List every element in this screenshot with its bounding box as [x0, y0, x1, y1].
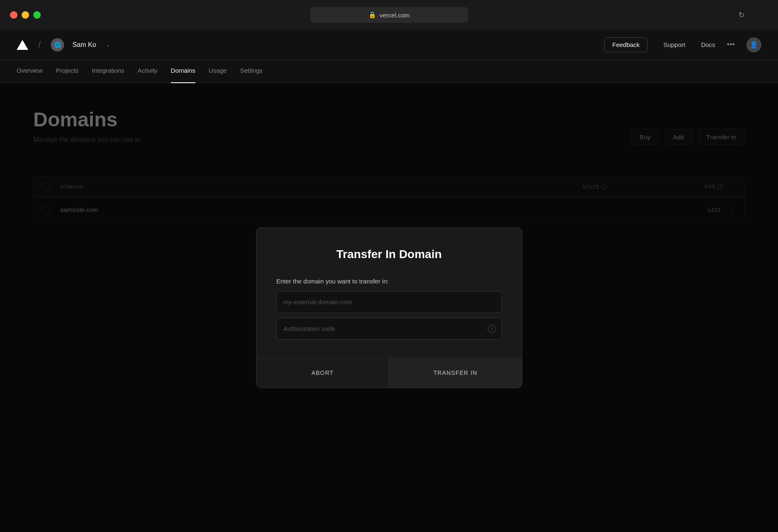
- auth-input-wrapper: i: [277, 318, 502, 340]
- modal-body: Transfer In Domain Enter the domain you …: [257, 228, 522, 358]
- domain-input[interactable]: [277, 291, 502, 313]
- lock-icon: 🔒: [368, 11, 376, 19]
- titlebar: 🔒 vercel.com ↻: [0, 0, 778, 30]
- transfer-in-confirm-button[interactable]: TRANSFER IN: [389, 358, 522, 388]
- feedback-button[interactable]: Feedback: [604, 37, 647, 52]
- header: / 🌐 Sam Ko ⌄ Feedback Support Docs ••• 👤: [0, 30, 778, 60]
- modal-label: Enter the domain you want to transfer in…: [277, 278, 502, 285]
- user-name: Sam Ko: [72, 41, 96, 49]
- auth-code-input[interactable]: [277, 318, 502, 340]
- traffic-lights: [10, 11, 41, 19]
- subnav-item-projects[interactable]: Projects: [56, 60, 79, 83]
- subnav-item-integrations[interactable]: Integrations: [92, 60, 124, 83]
- subnav-item-usage[interactable]: Usage: [209, 60, 227, 83]
- user-profile-icon[interactable]: 👤: [746, 37, 761, 52]
- avatar: 🌐: [51, 38, 64, 52]
- user-chevron-icon[interactable]: ⌄: [106, 42, 110, 48]
- more-menu-button[interactable]: •••: [727, 40, 735, 49]
- subnav: Overview Projects Integrations Activity …: [0, 60, 778, 83]
- reload-button[interactable]: ↻: [738, 10, 745, 20]
- support-link[interactable]: Support: [663, 41, 685, 48]
- abort-button[interactable]: ABORT: [257, 358, 390, 388]
- url-bar[interactable]: 🔒 vercel.com: [310, 7, 468, 23]
- main-content: Domains Manage the domains you can use w…: [0, 83, 778, 532]
- subnav-item-activity[interactable]: Activity: [138, 60, 158, 83]
- modal-overlay: Transfer In Domain Enter the domain you …: [0, 83, 778, 532]
- auth-info-icon[interactable]: i: [488, 325, 496, 333]
- maximize-button[interactable]: [33, 11, 41, 19]
- breadcrumb-slash: /: [38, 39, 41, 50]
- transfer-in-modal: Transfer In Domain Enter the domain you …: [256, 227, 522, 388]
- subnav-item-domains[interactable]: Domains: [171, 60, 195, 83]
- vercel-logo[interactable]: [17, 40, 28, 50]
- url-text: vercel.com: [380, 12, 410, 19]
- minimize-button[interactable]: [22, 11, 29, 19]
- close-button[interactable]: [10, 11, 17, 19]
- docs-link[interactable]: Docs: [701, 41, 715, 48]
- subnav-item-settings[interactable]: Settings: [240, 60, 262, 83]
- modal-title: Transfer In Domain: [277, 248, 502, 261]
- subnav-item-overview[interactable]: Overview: [17, 60, 43, 83]
- modal-footer: ABORT TRANSFER IN: [257, 358, 522, 388]
